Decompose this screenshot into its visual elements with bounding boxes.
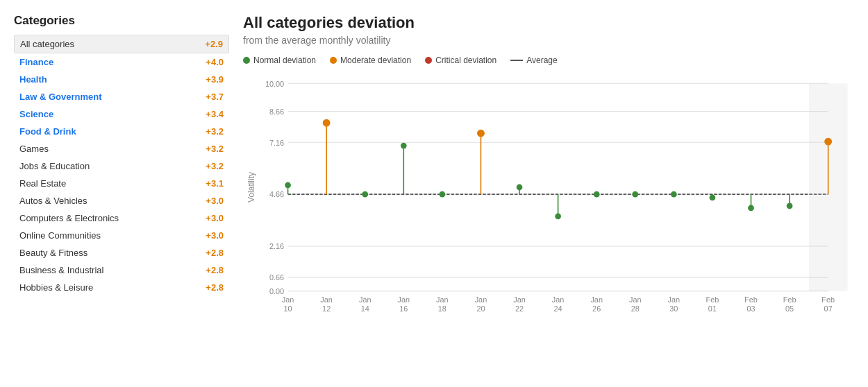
- category-item-4[interactable]: Science+3.4: [14, 105, 229, 123]
- svg-text:Jan: Jan: [552, 295, 565, 304]
- cat-name-4: Science: [19, 109, 53, 119]
- svg-text:Feb: Feb: [783, 295, 796, 304]
- svg-point-42: [517, 184, 523, 191]
- cat-value-11: +3.0: [206, 230, 224, 241]
- category-item-0[interactable]: All categories+2.9: [14, 35, 229, 53]
- cat-value-0: +2.9: [205, 39, 223, 49]
- category-item-6[interactable]: Games+3.2: [14, 140, 229, 157]
- category-list: All categories+2.9Finance+4.0Health+3.9L…: [14, 35, 229, 296]
- legend-normal: Normal deviation: [243, 55, 316, 65]
- cat-name-2: Health: [19, 74, 47, 85]
- svg-point-46: [555, 214, 561, 220]
- svg-text:12: 12: [322, 304, 331, 313]
- category-item-3[interactable]: Law & Government+3.7: [14, 88, 229, 105]
- svg-point-50: [594, 191, 600, 198]
- svg-text:20: 20: [476, 304, 485, 313]
- cat-value-13: +2.8: [206, 265, 224, 275]
- svg-text:22: 22: [515, 304, 524, 313]
- cat-value-2: +3.9: [206, 74, 224, 85]
- chart-subtitle: from the average monthly volatility: [243, 35, 854, 46]
- critical-dot-icon: [425, 57, 432, 64]
- svg-point-74: [824, 138, 832, 146]
- category-item-13[interactable]: Business & Industrial+2.8: [14, 261, 229, 279]
- svg-text:18: 18: [438, 304, 446, 313]
- svg-point-26: [362, 191, 368, 198]
- category-item-12[interactable]: Beauty & Fitness+2.8: [14, 244, 229, 261]
- legend-critical: Critical deviation: [425, 55, 496, 65]
- svg-text:Jan: Jan: [320, 295, 333, 304]
- cat-name-8: Real Estate: [19, 178, 66, 189]
- svg-text:10: 10: [284, 304, 292, 313]
- cat-name-5: Food & Drink: [19, 126, 76, 137]
- cat-name-11: Online Communities: [19, 230, 101, 241]
- cat-value-12: +2.8: [206, 248, 224, 258]
- svg-text:14: 14: [361, 304, 369, 313]
- category-item-1[interactable]: Finance+4.0: [14, 53, 229, 71]
- svg-text:Jan: Jan: [475, 295, 487, 304]
- category-item-10[interactable]: Computers & Electronics+3.0: [14, 209, 229, 227]
- cat-value-6: +3.2: [206, 144, 224, 154]
- category-item-14[interactable]: Hobbies & Leisure+2.8: [14, 279, 229, 296]
- chart-svg: 10.008.667.164.662.160.660.00VolatilityJ…: [243, 72, 854, 329]
- cat-value-5: +3.2: [206, 126, 224, 137]
- svg-text:7.16: 7.16: [269, 139, 284, 147]
- svg-text:0.00: 0.00: [269, 287, 284, 295]
- svg-text:26: 26: [592, 304, 601, 313]
- legend-critical-label: Critical deviation: [435, 55, 496, 65]
- cat-name-3: Law & Government: [19, 92, 101, 102]
- cat-value-1: +4.0: [206, 57, 224, 67]
- sidebar-title: Categories: [14, 14, 229, 28]
- svg-point-70: [787, 203, 793, 209]
- normal-dot-icon: [243, 57, 250, 64]
- cat-name-12: Beauty & Fitness: [19, 248, 87, 258]
- cat-name-1: Finance: [19, 57, 53, 67]
- svg-text:05: 05: [785, 304, 794, 313]
- svg-point-34: [440, 191, 446, 198]
- svg-text:Jan: Jan: [513, 295, 526, 304]
- chart-legend: Normal deviation Moderate deviation Crit…: [243, 55, 854, 65]
- svg-text:Jan: Jan: [668, 295, 681, 304]
- svg-text:16: 16: [399, 304, 408, 313]
- categories-sidebar: Categories All categories+2.9Finance+4.0…: [14, 14, 229, 373]
- cat-name-14: Hobbies & Leisure: [19, 282, 93, 293]
- main-content: All categories deviation from the averag…: [243, 14, 854, 373]
- category-item-9[interactable]: Autos & Vehicles+3.0: [14, 192, 229, 209]
- cat-name-9: Autos & Vehicles: [19, 196, 87, 206]
- svg-text:Feb: Feb: [744, 295, 758, 304]
- svg-point-58: [671, 191, 677, 198]
- svg-text:03: 03: [746, 304, 755, 313]
- svg-text:24: 24: [554, 304, 562, 313]
- svg-point-18: [285, 182, 291, 189]
- legend-average: Average: [510, 55, 557, 65]
- chart-title: All categories deviation: [243, 14, 854, 32]
- svg-point-38: [477, 130, 485, 137]
- category-item-5[interactable]: Food & Drink+3.2: [14, 123, 229, 140]
- svg-text:Jan: Jan: [398, 295, 410, 304]
- category-item-2[interactable]: Health+3.9: [14, 71, 229, 88]
- category-item-7[interactable]: Jobs & Education+3.2: [14, 157, 229, 175]
- svg-text:Jan: Jan: [282, 295, 294, 304]
- cat-name-6: Games: [19, 144, 49, 154]
- svg-point-22: [323, 119, 331, 127]
- svg-text:10.00: 10.00: [265, 80, 284, 88]
- cat-value-9: +3.0: [206, 196, 224, 206]
- cat-value-7: +3.2: [206, 161, 224, 171]
- cat-value-14: +2.8: [206, 282, 224, 293]
- cat-value-3: +3.7: [206, 92, 224, 102]
- average-line-icon: [510, 60, 523, 61]
- category-item-8[interactable]: Real Estate+3.1: [14, 175, 229, 192]
- svg-point-54: [632, 191, 638, 198]
- category-item-11[interactable]: Online Communities+3.0: [14, 227, 229, 244]
- svg-text:Jan: Jan: [436, 295, 449, 304]
- svg-point-62: [710, 195, 716, 201]
- svg-text:30: 30: [669, 304, 678, 313]
- svg-text:8.66: 8.66: [269, 108, 284, 116]
- svg-text:Jan: Jan: [359, 295, 372, 304]
- svg-text:2.16: 2.16: [269, 242, 284, 250]
- cat-name-10: Computers & Electronics: [19, 213, 119, 223]
- svg-text:Jan: Jan: [590, 295, 603, 304]
- cat-name-7: Jobs & Education: [19, 161, 90, 171]
- svg-text:4.66: 4.66: [269, 190, 284, 198]
- svg-text:Feb: Feb: [821, 295, 835, 304]
- legend-moderate: Moderate deviation: [330, 55, 411, 65]
